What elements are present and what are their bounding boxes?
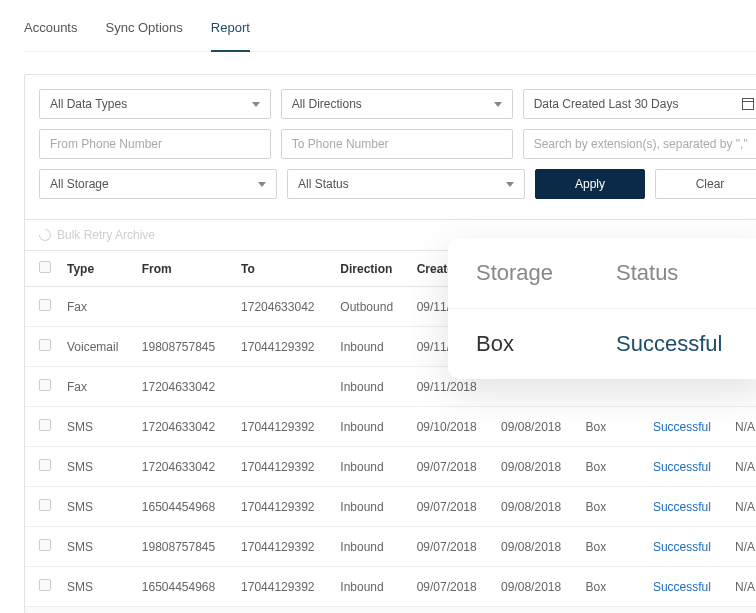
overlay-status-value: Successful (616, 331, 722, 357)
retry-icon (37, 227, 54, 244)
cell-direction: Inbound (332, 367, 408, 407)
tabs: Accounts Sync Options Report (24, 20, 756, 52)
status-link[interactable]: Successful (653, 500, 711, 514)
select-all-checkbox[interactable] (39, 261, 51, 273)
cell-to: 17204633042 (233, 287, 332, 327)
cell-created: 09/07/2018 (409, 567, 493, 607)
table-row: SMS1650445496817044129392Inbound09/07/20… (25, 487, 756, 527)
col-from: From (134, 251, 233, 287)
data-types-label: All Data Types (50, 97, 127, 111)
cell-type: SMS (59, 447, 134, 487)
cell-type: Fax (59, 367, 134, 407)
cell-type: Fax (59, 287, 134, 327)
cell-from: 19808757845 (134, 527, 233, 567)
overlay-header-storage: Storage (476, 260, 616, 286)
cell-created: 09/07/2018 (409, 487, 493, 527)
cell-to: 17044129392 (233, 527, 332, 567)
cell-to: 17044129392 (233, 327, 332, 367)
cell-storage: Box (578, 487, 645, 527)
cell-storage: Box (578, 567, 645, 607)
cell-from: 19808757845 (134, 327, 233, 367)
cell-to: 17044129392 (233, 567, 332, 607)
cell-from: 17204633042 (134, 407, 233, 447)
date-range-select[interactable]: Data Created Last 30 Days (523, 89, 756, 119)
status-label: All Status (298, 177, 349, 191)
from-phone-input[interactable]: From Phone Number (39, 129, 271, 159)
row-checkbox[interactable] (39, 299, 51, 311)
cell-from: 17204633042 (134, 367, 233, 407)
data-types-select[interactable]: All Data Types (39, 89, 271, 119)
status-link[interactable]: Successful (653, 580, 711, 594)
table-row: SMS1720463304217044129392Inbound09/07/20… (25, 447, 756, 487)
status-select[interactable]: All Status (287, 169, 525, 199)
cell-type: Voicemail (59, 327, 134, 367)
cell-created: 09/07/2018 (409, 447, 493, 487)
row-checkbox[interactable] (39, 339, 51, 351)
status-link[interactable]: Successful (653, 540, 711, 554)
cell-status: Successful (645, 407, 727, 447)
date-range-label: Data Created Last 30 Days (534, 97, 679, 111)
storage-select[interactable]: All Storage (39, 169, 277, 199)
cell-retry: N/A (727, 407, 756, 447)
cell-archive: 09/08/2018 (493, 407, 577, 447)
calendar-icon (742, 98, 754, 110)
cell-to: 17044129392 (233, 487, 332, 527)
cell-type: SMS (59, 567, 134, 607)
cell-from (134, 287, 233, 327)
cell-storage: Box (578, 527, 645, 567)
chevron-down-icon (258, 182, 266, 187)
cell-retry: N/A (727, 567, 756, 607)
row-checkbox[interactable] (39, 459, 51, 471)
apply-button[interactable]: Apply (535, 169, 645, 199)
cell-status: Successful (645, 447, 727, 487)
cell-direction: Inbound (332, 527, 408, 567)
table-row: SMS1980875784517044129392Inbound09/07/20… (25, 527, 756, 567)
extension-search-input[interactable]: Search by extension(s), separated by "," (523, 129, 756, 159)
cell-from: 16504454968 (134, 567, 233, 607)
clear-button[interactable]: Clear (655, 169, 756, 199)
row-checkbox[interactable] (39, 379, 51, 391)
row-checkbox[interactable] (39, 579, 51, 591)
cell-archive: 09/08/2018 (493, 447, 577, 487)
cell-archive: 09/08/2018 (493, 487, 577, 527)
from-phone-placeholder: From Phone Number (50, 137, 162, 151)
chevron-down-icon (506, 182, 514, 187)
cell-direction: Inbound (332, 327, 408, 367)
cell-from: 17204633042 (134, 447, 233, 487)
directions-select[interactable]: All Directions (281, 89, 513, 119)
row-checkbox[interactable] (39, 419, 51, 431)
storage-label: All Storage (50, 177, 109, 191)
cell-created: 09/10/2018 (409, 407, 493, 447)
cell-direction: Inbound (332, 407, 408, 447)
directions-label: All Directions (292, 97, 362, 111)
row-checkbox[interactable] (39, 499, 51, 511)
to-phone-placeholder: To Phone Number (292, 137, 389, 151)
cell-retry: N/A (727, 527, 756, 567)
tab-sync-options[interactable]: Sync Options (105, 20, 182, 45)
chevron-down-icon (252, 102, 260, 107)
detail-overlay: Storage Status Box Successful (448, 238, 756, 379)
tab-report[interactable]: Report (211, 20, 250, 52)
cell-to: 17044129392 (233, 407, 332, 447)
status-link[interactable]: Successful (653, 460, 711, 474)
cell-type: SMS (59, 407, 134, 447)
cell-storage: Box (578, 407, 645, 447)
col-type: Type (59, 251, 134, 287)
row-checkbox[interactable] (39, 539, 51, 551)
table-row: SMS1720463304217044129392Inbound09/10/20… (25, 407, 756, 447)
filter-area: All Data Types All Directions Data Creat… (25, 75, 756, 219)
to-phone-input[interactable]: To Phone Number (281, 129, 513, 159)
cell-direction: Inbound (332, 567, 408, 607)
table-row: SMS1650445496817044129392Inbound09/07/20… (25, 567, 756, 607)
cell-status: Successful (645, 527, 727, 567)
cell-status: Successful (645, 567, 727, 607)
cell-type: SMS (59, 487, 134, 527)
status-link[interactable]: Successful (653, 420, 711, 434)
cell-created: 09/07/2018 (409, 527, 493, 567)
cell-from: 16504454968 (134, 487, 233, 527)
cell-type: SMS (59, 527, 134, 567)
tab-accounts[interactable]: Accounts (24, 20, 77, 45)
col-to: To (233, 251, 332, 287)
cell-status: Successful (645, 487, 727, 527)
col-direction: Direction (332, 251, 408, 287)
